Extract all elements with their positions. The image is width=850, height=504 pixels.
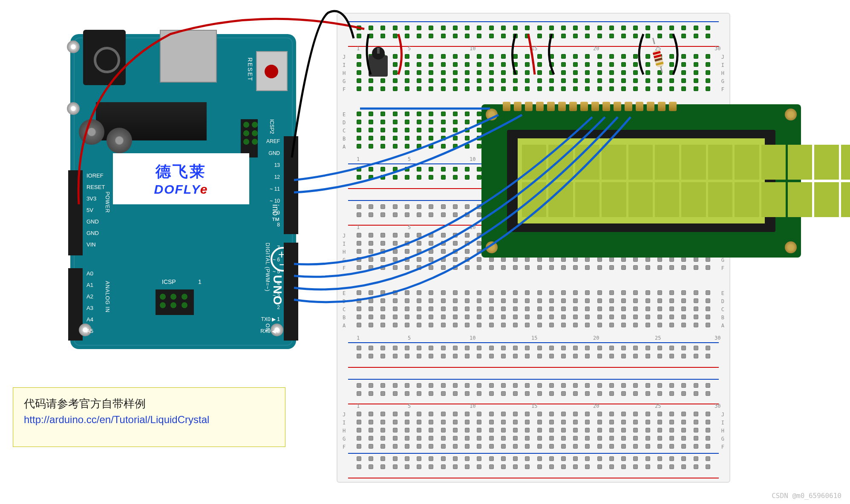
logo-cn: 德飞莱 (156, 161, 207, 182)
pin-label-4: 4 (277, 281, 280, 286)
bb-col-number: 15 (531, 403, 537, 409)
pin-label-a3: A3 (86, 305, 93, 311)
lcd-char (761, 182, 786, 217)
lcd-pin (669, 102, 677, 111)
power-group-label: POWER (104, 192, 110, 213)
power-rail-blue (348, 21, 719, 22)
bb-row-label: F (721, 444, 724, 450)
icsp-header (156, 289, 194, 315)
pin-label-7: 7 (277, 245, 280, 251)
pin-label-aref: AREF (266, 138, 280, 144)
screw-icon (486, 241, 498, 253)
bb-row-label: G (721, 257, 724, 263)
dofly-logo: 德飞莱 DOFLYe (113, 153, 249, 204)
bb-row-label: G (343, 436, 346, 442)
lcd-pin (569, 102, 577, 111)
lcd-char (602, 182, 626, 217)
power-rail-red (348, 367, 719, 368)
lcd-char (628, 145, 653, 180)
bb-col-number: 10 (470, 224, 475, 230)
logo-en: DOFLYe (154, 182, 208, 197)
pin-label-10: ~ 10 (270, 198, 280, 204)
pin-label-a1: A1 (86, 282, 93, 288)
lcd-char (708, 145, 732, 180)
pin-label-gnd: GND (86, 230, 99, 236)
lcd-char (761, 145, 786, 180)
bb-row-label: G (721, 436, 724, 442)
lcd-char (788, 145, 812, 180)
pin-label-gnd: GND (86, 218, 99, 225)
bb-col-number: 5 (408, 335, 411, 341)
lcd-char (548, 182, 573, 217)
arduino-uno-board: RESET ICSP2 德飞莱 DOFLYe ino™ UNO POWER AN… (70, 34, 296, 349)
lcd-char (522, 145, 546, 180)
bb-row-label: I (721, 420, 724, 426)
lcd-pin (558, 102, 566, 111)
bb-row-label: F (721, 86, 724, 92)
digital-header-upper (284, 136, 298, 234)
bb-row-label: B (343, 315, 346, 321)
bb-row-label: E (343, 290, 346, 296)
screw-icon (785, 241, 797, 253)
lcd-char (814, 182, 838, 217)
bb-col-number: 1 (357, 403, 360, 409)
bb-col-number: 30 (715, 46, 720, 52)
capacitor-icon (107, 128, 132, 153)
screw-icon (486, 109, 498, 120)
bb-row-label: E (343, 112, 346, 117)
digital-group-label: DIGITAL (PWM=~) (265, 243, 271, 292)
bb-col-number: 30 (715, 403, 720, 409)
power-header (68, 170, 83, 255)
bb-row-label: H (343, 428, 346, 434)
bb-col-number: 5 (408, 403, 411, 409)
info-url: http://arduino.cc/en/Tutorial/LiquidCrys… (24, 414, 274, 426)
power-rail-red (348, 478, 719, 478)
icsp2-label: ICSP2 (269, 119, 275, 134)
bb-row-label: F (721, 265, 724, 271)
lcd-char (841, 182, 850, 217)
icsp2-header (241, 119, 258, 158)
bb-row-label: H (721, 70, 724, 76)
pin-label-13: 13 (274, 162, 280, 168)
bb-row-label: B (721, 315, 724, 321)
bb-col-number: 30 (715, 335, 720, 341)
bb-row-label: A (343, 144, 346, 150)
pin-label-5: ~ 5 (273, 269, 280, 275)
bb-row-label: C (721, 306, 724, 312)
analog-group-label: ANALOG IN (104, 281, 110, 312)
lcd-pin (503, 102, 510, 111)
lcd-char (735, 182, 759, 217)
pin-label-6: ~ 6 (273, 257, 280, 263)
bb-row-label: F (343, 86, 346, 92)
lcd-pin (525, 102, 533, 111)
screw-icon (785, 109, 797, 120)
lcd-char (575, 145, 599, 180)
bb-row-label: E (721, 290, 724, 296)
screw-icon (67, 40, 80, 53)
pin-label-rx00: RX0 ◀ 0 (260, 328, 280, 334)
bb-row-label: I (343, 241, 346, 247)
pin-label-9: ~ 9 (273, 210, 280, 216)
pin-label-12: 12 (274, 174, 280, 180)
pin-label-2: 2 (277, 304, 280, 310)
bb-col-number: 20 (593, 403, 599, 409)
lcd-char (655, 145, 679, 180)
bb-col-number: 1 (357, 335, 360, 341)
info-box: 代码请参考官方自带样例 http://arduino.cc/en/Tutoria… (13, 387, 285, 447)
bb-col-number: 25 (655, 403, 661, 409)
bb-row-label: D (721, 298, 724, 304)
bb-row-label: J (721, 412, 724, 418)
bb-row-label: J (343, 412, 346, 418)
bb-col-number: 10 (470, 156, 475, 162)
lcd-char (814, 145, 838, 180)
info-text-cn: 代码请参考官方自带样例 (24, 396, 274, 411)
bb-row-label: G (343, 257, 346, 263)
lcd-screen (518, 138, 765, 223)
bb-row-label: D (343, 120, 346, 126)
lcd-char (788, 182, 812, 217)
bb-col-number: 10 (470, 403, 475, 409)
bb-col-number: 5 (408, 224, 411, 230)
pin-label-11: ~ 11 (270, 186, 280, 192)
lcd-char (708, 182, 732, 217)
bb-row-label: I (343, 420, 346, 426)
